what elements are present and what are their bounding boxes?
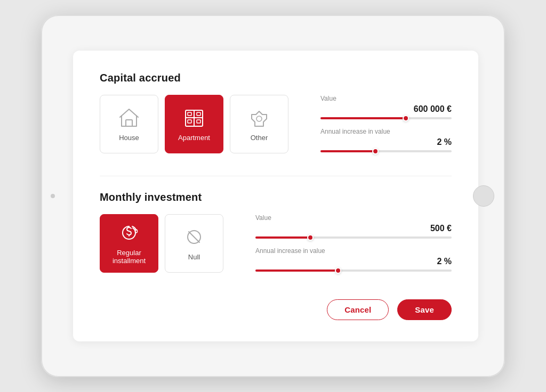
- monthly-annual-track[interactable]: [255, 270, 452, 272]
- capital-type-buttons: House Apartment: [100, 95, 288, 153]
- monthly-value-fill: [255, 236, 310, 239]
- monthly-investment-title: Monthly investment: [100, 191, 452, 203]
- capital-value-track[interactable]: [320, 117, 452, 119]
- monthly-value: 500 €: [255, 224, 452, 233]
- capital-annual-track[interactable]: [320, 150, 452, 152]
- bottom-buttons: Cancel Save: [100, 299, 452, 320]
- main-card: Capital accrued House: [73, 51, 478, 341]
- capital-accrued-title: Capital accrued: [100, 72, 452, 84]
- capital-annual-thumb[interactable]: [372, 148, 379, 154]
- capital-annual-group: Annual increase in value 2 %: [320, 128, 452, 152]
- monthly-annual-label: Annual increase in value: [255, 247, 452, 255]
- monthly-value-group: Value 500 €: [255, 214, 452, 239]
- capital-accrued-section: Capital accrued House: [100, 72, 452, 161]
- cancel-button[interactable]: Cancel: [327, 299, 389, 320]
- capital-annual-label: Annual increase in value: [320, 128, 452, 135]
- null-label: Null: [188, 253, 200, 261]
- capital-accrued-row: House Apartment: [100, 95, 452, 161]
- monthly-annual-fill: [255, 270, 338, 272]
- capital-value-fill: [320, 117, 406, 119]
- svg-rect-0: [126, 120, 132, 126]
- svg-rect-4: [188, 112, 191, 116]
- save-button[interactable]: Save: [397, 299, 452, 320]
- apartment-button[interactable]: Apartment: [165, 95, 223, 153]
- svg-line-13: [189, 232, 199, 242]
- capital-value-label: Value: [320, 95, 452, 102]
- monthly-sliders: Value 500 € Annual increase in value 2 %: [255, 214, 452, 280]
- monthly-value-thumb[interactable]: [307, 234, 314, 241]
- monthly-value-label: Value: [255, 214, 452, 222]
- monthly-value-track[interactable]: [255, 236, 452, 239]
- other-button[interactable]: Other: [230, 95, 288, 153]
- capital-sliders: Value 600 000 € Annual increase in value…: [320, 95, 452, 161]
- capital-annual-fill: [320, 150, 375, 152]
- monthly-annual-group: Annual increase in value 2 %: [255, 247, 452, 272]
- monthly-investment-section: Monthly investment: [100, 191, 452, 280]
- tablet-frame: Capital accrued House: [41, 15, 505, 377]
- monthly-type-buttons: Regular installment Null: [100, 214, 223, 273]
- section-divider: [100, 176, 452, 176]
- apartment-label: Apartment: [178, 134, 210, 142]
- svg-point-8: [256, 116, 262, 121]
- house-label: House: [119, 134, 139, 142]
- null-button[interactable]: Null: [165, 214, 223, 273]
- monthly-investment-row: Regular installment Null Value: [100, 214, 452, 280]
- regular-installment-label: Regular installment: [105, 249, 154, 265]
- other-label: Other: [251, 134, 268, 142]
- monthly-annual-thumb[interactable]: [335, 267, 341, 274]
- capital-annual-value: 2 %: [320, 137, 452, 147]
- monthly-annual-value: 2 %: [255, 257, 452, 266]
- capital-value-group: Value 600 000 €: [320, 95, 452, 119]
- svg-rect-7: [197, 120, 200, 123]
- capital-value: 600 000 €: [320, 104, 452, 114]
- svg-rect-6: [188, 120, 191, 123]
- capital-value-thumb[interactable]: [403, 115, 409, 121]
- regular-installment-button[interactable]: Regular installment: [100, 214, 158, 273]
- svg-rect-5: [197, 112, 200, 116]
- house-button[interactable]: House: [100, 95, 158, 153]
